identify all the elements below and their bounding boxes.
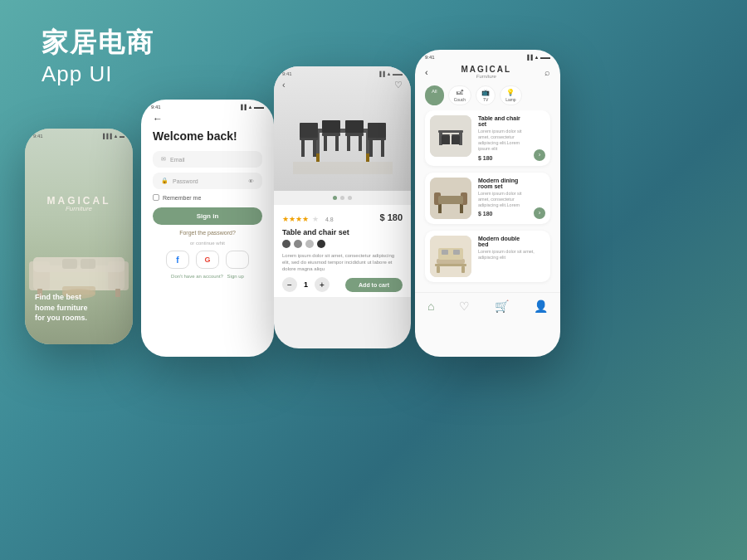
stars: ★★★★ ★ 4.8 — [282, 210, 334, 225]
phone1-logo: MAGICAL Furniture — [47, 195, 111, 212]
svg-rect-16 — [313, 140, 316, 157]
product-card-1[interactable]: Table and chairset Lorem ipsum dolor sit… — [425, 110, 550, 166]
phone2-status-bar: 9:41 ▐▐ ▲ ▬▬ — [141, 100, 274, 113]
svg-rect-31 — [366, 153, 369, 162]
phone4-logo: MAGICAL Furniture — [428, 65, 544, 79]
product-list: Table and chairset Lorem ipsum dolor sit… — [415, 110, 560, 289]
phone4-brand-script: Furniture — [428, 74, 544, 79]
product-desc-2: Lorem ipsum dolor sit amet, consectetur … — [478, 191, 527, 208]
product-card-3[interactable]: Modern doublebed Lorem ipsum dolor sit a… — [425, 231, 550, 282]
qty-increase-button[interactable]: + — [315, 277, 330, 292]
svg-rect-27 — [345, 133, 364, 136]
remember-label: Remember me — [163, 195, 201, 201]
product-name-1: Table and chairset — [478, 115, 527, 127]
image-dots — [274, 191, 411, 205]
password-input[interactable]: 🔒 Password 👁 — [153, 173, 262, 189]
product-price: $ 180 — [379, 212, 403, 222]
product-img-3 — [430, 236, 471, 277]
svg-rect-39 — [452, 136, 460, 144]
dot-1 — [333, 196, 337, 200]
color-dark[interactable] — [282, 240, 290, 248]
category-couch[interactable]: 🛋 Couch — [448, 85, 471, 105]
product-price-1: $ 180 — [478, 155, 527, 161]
phone1-icons: ▐▐▐ ▲ ▬ — [101, 134, 124, 139]
svg-rect-26 — [345, 120, 364, 133]
phone3-favorite-button[interactable]: ♡ — [394, 80, 403, 90]
svg-rect-28 — [347, 136, 350, 151]
bottom-navbar: ⌂ ♡ 🛒 👤 — [415, 292, 560, 318]
app-subtitle: App UI — [42, 61, 154, 87]
color-light[interactable] — [305, 240, 314, 248]
svg-rect-32 — [430, 115, 471, 157]
phone2-icons: ▐▐ ▲ ▬▬ — [239, 105, 264, 110]
product-img-2 — [430, 178, 471, 219]
svg-rect-7 — [115, 289, 120, 297]
svg-rect-10 — [293, 162, 393, 174]
svg-rect-24 — [324, 136, 327, 151]
add-to-cart-button[interactable]: Add to cart — [345, 278, 403, 292]
divider-text: or continue whit — [141, 241, 274, 246]
product-card-2[interactable]: Modern diningroom set Lorem ipsum dolor … — [425, 173, 550, 224]
quantity-value: 1 — [304, 280, 308, 289]
svg-rect-17 — [300, 123, 318, 138]
product-arrow-2[interactable]: › — [534, 207, 545, 219]
color-gray[interactable] — [294, 240, 302, 248]
remember-checkbox[interactable] — [153, 194, 159, 201]
svg-rect-5 — [81, 259, 95, 269]
eye-icon: 👁 — [248, 178, 254, 184]
phone2-time: 9:41 — [151, 105, 161, 110]
product-name-2: Modern diningroom set — [478, 178, 527, 189]
product-arrow-1[interactable]: › — [534, 149, 545, 161]
social-buttons: f G — [153, 251, 262, 269]
svg-rect-33 — [438, 130, 463, 133]
qty-decrease-button[interactable]: − — [282, 277, 297, 292]
header-area: 家居电商 App UI — [42, 25, 154, 87]
svg-rect-20 — [381, 140, 384, 157]
svg-rect-49 — [435, 264, 466, 266]
svg-rect-29 — [359, 136, 362, 151]
nav-cart-icon[interactable]: 🛒 — [495, 299, 509, 313]
svg-rect-51 — [461, 266, 465, 273]
svg-rect-21 — [368, 123, 386, 138]
svg-rect-30 — [316, 153, 320, 162]
svg-rect-36 — [442, 134, 450, 136]
svg-rect-3 — [33, 257, 124, 272]
signin-button[interactable]: Sign in — [153, 207, 262, 225]
signup-link[interactable]: Sign up — [227, 274, 244, 279]
color-black[interactable] — [317, 240, 325, 248]
remember-me-row[interactable]: Remember me — [141, 194, 274, 201]
lock-icon: 🔒 — [161, 178, 168, 184]
nav-home-icon[interactable]: ⌂ — [427, 299, 434, 313]
phone1-status-bar: 9:41 ▐▐▐ ▲ ▬ — [25, 129, 133, 140]
svg-rect-25 — [335, 136, 339, 151]
svg-rect-53 — [442, 250, 448, 255]
category-lamp[interactable]: 💡 Lamp — [500, 85, 522, 105]
search-button[interactable]: ⌕ — [544, 67, 550, 77]
product-image-area: 9:41 ▐▐ ▲ ▬▬ ‹ ♡ — [274, 66, 411, 191]
phone2-back-button[interactable]: ← — [141, 113, 274, 124]
phone3-status-bar: 9:41 ▐▐ ▲ ▬▬ — [274, 66, 411, 81]
apple-button[interactable] — [226, 251, 249, 269]
product-info-1: Table and chairset Lorem ipsum dolor sit… — [478, 115, 527, 161]
product-price-2: $ 180 — [478, 211, 527, 217]
product-name-3: Modern doublebed — [478, 236, 545, 247]
email-input[interactable]: ✉ Email — [153, 151, 262, 168]
signup-row: Don't have an account? Sign up — [141, 274, 274, 279]
chinese-title: 家居电商 — [42, 25, 154, 61]
phone3-back-button[interactable]: ‹ — [282, 80, 286, 90]
product-detail-area: ★★★★ ★ 4.8 $ 180 Table and chair set Lor… — [274, 205, 411, 297]
google-button[interactable]: G — [196, 251, 219, 269]
dot-3 — [348, 196, 352, 200]
category-all[interactable]: All — [425, 85, 444, 105]
category-tv[interactable]: 📺 TV — [476, 85, 496, 105]
product-info-3: Modern doublebed Lorem ipsum dolor sit a… — [478, 236, 545, 277]
rating-row: ★★★★ ★ 4.8 $ 180 — [282, 210, 403, 225]
nav-favorites-icon[interactable]: ♡ — [459, 299, 470, 313]
phone-login: 9:41 ▐▐ ▲ ▬▬ ← Welcome back! ✉ Email 🔒 P… — [141, 100, 274, 357]
forgot-password-link[interactable]: Forget the password? — [141, 230, 274, 236]
dot-2 — [340, 196, 344, 200]
svg-rect-50 — [437, 266, 440, 273]
nav-profile-icon[interactable]: 👤 — [534, 299, 548, 313]
svg-rect-15 — [301, 140, 305, 157]
facebook-button[interactable]: f — [166, 251, 189, 269]
